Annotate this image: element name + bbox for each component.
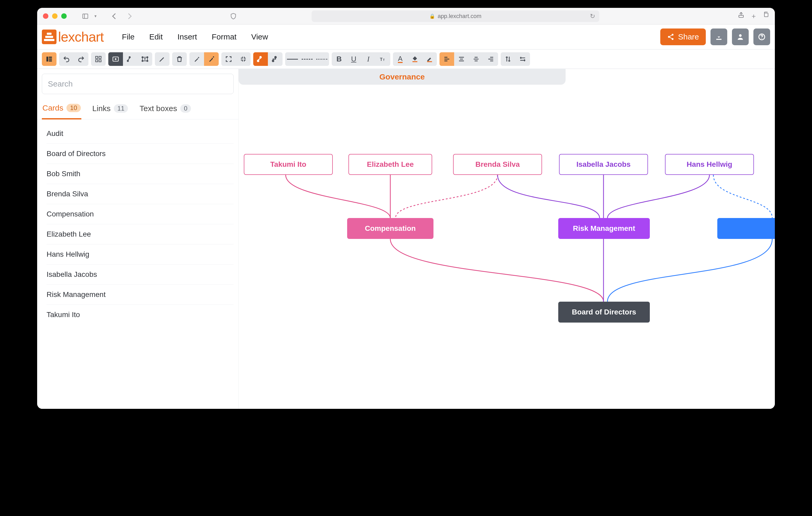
card-isabella-jacobs[interactable]: Isabella Jacobs xyxy=(559,154,648,175)
card-risk-management[interactable]: Risk Management xyxy=(558,218,650,239)
menu-file[interactable]: File xyxy=(122,32,135,41)
svg-point-8 xyxy=(739,34,742,37)
list-item[interactable]: Board of Directors xyxy=(47,144,234,164)
list-item[interactable]: Bob Smith xyxy=(47,164,234,184)
svg-point-26 xyxy=(147,60,148,62)
svg-point-30 xyxy=(260,57,261,58)
text-color-button[interactable]: A xyxy=(393,52,408,66)
list-item[interactable]: Audit xyxy=(47,124,234,144)
svg-point-25 xyxy=(142,60,143,62)
bold-button[interactable]: B xyxy=(332,52,346,66)
line-dashed-button[interactable] xyxy=(300,52,314,66)
svg-rect-14 xyxy=(49,60,52,62)
elbow-connector-button[interactable] xyxy=(268,52,283,66)
card-brenda-silva[interactable]: Brenda Silva xyxy=(453,154,542,175)
undo-button[interactable] xyxy=(59,52,74,66)
panel-toggle-button[interactable] xyxy=(42,52,57,66)
tab-overview-icon[interactable] xyxy=(763,11,769,21)
account-button[interactable] xyxy=(732,29,749,45)
list-item[interactable]: Elizabeth Lee xyxy=(47,224,234,244)
svg-point-29 xyxy=(257,60,259,62)
search-input[interactable] xyxy=(42,74,234,94)
tab-links[interactable]: Links 11 xyxy=(92,101,129,119)
address-bar[interactable]: 🔒 app.lexchart.com ↻ xyxy=(312,10,599,22)
svg-point-4 xyxy=(671,34,673,35)
add-card-button[interactable] xyxy=(108,52,123,66)
menu-view[interactable]: View xyxy=(251,32,268,41)
shield-icon[interactable] xyxy=(229,12,238,21)
card-compensation[interactable]: Compensation xyxy=(347,218,433,239)
header-action-buttons: Share xyxy=(660,29,770,45)
maximize-window-button[interactable] xyxy=(61,13,67,19)
list-item[interactable]: Risk Management xyxy=(47,285,234,305)
expand-button[interactable] xyxy=(221,52,236,66)
canvas[interactable]: Governance Takumi Ito Elizabeth xyxy=(239,69,775,409)
list-item[interactable]: Hans Hellwig xyxy=(47,244,234,265)
help-button[interactable] xyxy=(753,29,770,45)
edit-button[interactable] xyxy=(155,52,170,66)
line-solid-button[interactable] xyxy=(285,52,300,66)
menu-bar: File Edit Insert Format View xyxy=(122,32,268,41)
svg-rect-16 xyxy=(99,57,101,59)
add-textbox-button[interactable] xyxy=(138,52,152,66)
svg-rect-35 xyxy=(412,61,417,62)
new-tab-icon[interactable]: ＋ xyxy=(750,11,757,21)
refresh-icon[interactable]: ↻ xyxy=(590,12,595,20)
close-window-button[interactable] xyxy=(43,13,49,19)
card-elizabeth-lee[interactable]: Elizabeth Lee xyxy=(348,154,432,175)
card-audit[interactable]: Au xyxy=(717,218,775,239)
italic-button[interactable]: I xyxy=(361,52,376,66)
browser-window: ▾ 🔒 app.lexchart.com ↻ ＋ xyxy=(37,8,775,409)
align-center-v-button[interactable] xyxy=(469,52,484,66)
add-link-button[interactable] xyxy=(123,52,138,66)
svg-point-24 xyxy=(147,57,148,58)
list-item[interactable]: Isabella Jacobs xyxy=(47,265,234,285)
collapse-button[interactable] xyxy=(236,52,251,66)
tab-textboxes-count: 0 xyxy=(180,104,191,113)
align-right-button[interactable] xyxy=(484,52,498,66)
underline-button[interactable]: U xyxy=(346,52,361,66)
forward-button[interactable] xyxy=(124,12,133,21)
text-size-button[interactable]: TT xyxy=(376,52,390,66)
connector-layer xyxy=(239,69,775,409)
magic-wand-button[interactable] xyxy=(190,52,204,66)
auto-layout-button[interactable] xyxy=(204,52,219,66)
share-icon[interactable] xyxy=(738,11,745,21)
svg-point-28 xyxy=(212,58,213,59)
share-button-label: Share xyxy=(678,32,699,41)
list-item[interactable]: Compensation xyxy=(47,204,234,224)
direction-horizontal-button[interactable] xyxy=(515,52,530,66)
card-board-of-directors[interactable]: Board of Directors xyxy=(558,302,650,323)
line-dotted-button[interactable] xyxy=(314,52,329,66)
align-center-h-button[interactable] xyxy=(454,52,469,66)
tab-cards[interactable]: Cards 10 xyxy=(42,101,81,119)
direction-vertical-button[interactable] xyxy=(501,52,515,66)
list-item[interactable]: Brenda Silva xyxy=(47,184,234,204)
fill-color-button[interactable] xyxy=(408,52,422,66)
delete-button[interactable] xyxy=(172,52,187,66)
card-hans-hellwig[interactable]: Hans Hellwig xyxy=(665,154,754,175)
curved-connector-button[interactable] xyxy=(253,52,268,66)
border-color-button[interactable] xyxy=(422,52,437,66)
grid-button[interactable] xyxy=(91,52,106,66)
align-left-button[interactable] xyxy=(439,52,454,66)
browser-chrome: ▾ 🔒 app.lexchart.com ↻ ＋ xyxy=(37,8,775,25)
app-logo[interactable]: lexchart xyxy=(42,29,104,45)
tab-textboxes[interactable]: Text boxes 0 xyxy=(139,101,192,119)
card-takumi-ito[interactable]: Takumi Ito xyxy=(244,154,333,175)
menu-insert[interactable]: Insert xyxy=(177,32,197,41)
chevron-down-icon[interactable]: ▾ xyxy=(94,13,96,19)
svg-rect-12 xyxy=(49,57,52,58)
minimize-window-button[interactable] xyxy=(52,13,58,19)
back-button[interactable] xyxy=(111,12,120,21)
menu-format[interactable]: Format xyxy=(212,32,236,41)
tab-links-label: Links xyxy=(92,104,111,113)
svg-rect-36 xyxy=(427,61,432,62)
sidebar-toggle-icon[interactable] xyxy=(81,12,90,21)
download-button[interactable] xyxy=(710,29,727,45)
redo-button[interactable] xyxy=(74,52,88,66)
menu-edit[interactable]: Edit xyxy=(149,32,163,41)
list-item[interactable]: Takumi Ito xyxy=(47,305,234,325)
svg-point-27 xyxy=(213,57,214,58)
share-button[interactable]: Share xyxy=(660,29,706,45)
